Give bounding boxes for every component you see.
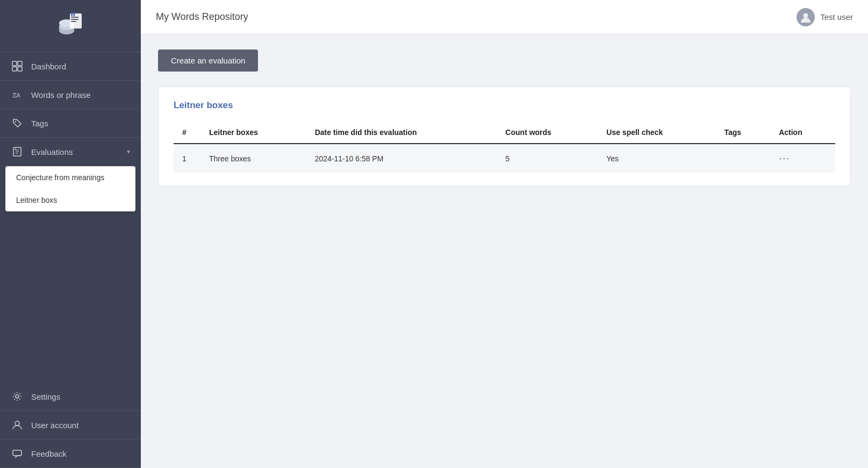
col-header-action: Action: [770, 122, 835, 144]
sidebar-item-tags[interactable]: Tags: [0, 109, 141, 138]
sidebar-item-user-account[interactable]: User account: [0, 411, 141, 439]
settings-icon: [11, 390, 24, 403]
tags-icon: [11, 117, 24, 130]
user-account-icon: [11, 419, 24, 431]
main-content: My Words Repository Test user Create an …: [141, 0, 868, 468]
content-area: Create an evaluation Leitner boxes # Lei…: [141, 34, 868, 468]
sidebar-item-dashboard[interactable]: Dashbord: [0, 52, 141, 81]
svg-rect-6: [71, 19, 78, 20]
chevron-down-icon: ▾: [127, 148, 130, 155]
cell-leitner-boxes: Three boxes: [200, 144, 306, 173]
user-name-label: Test user: [820, 12, 853, 22]
sidebar-item-dashboard-label: Dashbord: [31, 62, 130, 71]
sidebar-item-settings[interactable]: Settings: [0, 382, 141, 411]
page-title: My Words Repository: [156, 11, 248, 23]
svg-point-15: [15, 121, 16, 122]
action-menu-dots[interactable]: ···: [779, 153, 790, 164]
dashboard-icon: [11, 60, 24, 73]
app-logo-icon: W: [54, 11, 87, 43]
col-header-spell-check: Use spell check: [598, 122, 715, 144]
svg-rect-11: [12, 67, 17, 71]
create-evaluation-button[interactable]: Create an evaluation: [158, 49, 258, 72]
sidebar-item-tags-label: Tags: [31, 119, 130, 128]
sidebar-item-words[interactable]: Ξ A Words or phrase: [0, 81, 141, 109]
sidebar: W Dashbord Ξ A Words or phrase: [0, 0, 141, 468]
svg-point-20: [804, 13, 808, 18]
col-header-leitner-boxes: Leitner boxes: [200, 122, 306, 144]
col-header-count-words: Count words: [497, 122, 598, 144]
sidebar-item-settings-label: Settings: [31, 392, 130, 401]
sidebar-item-evaluations[interactable]: Evaluations ▾: [0, 138, 141, 166]
sidebar-item-feedback-label: Feedback: [31, 449, 130, 458]
sidebar-item-evaluations-label: Evaluations: [31, 147, 119, 157]
sidebar-logo: W: [0, 0, 141, 52]
sidebar-item-user-account-label: User account: [31, 421, 130, 430]
leitner-boxes-card: Leitner boxes # Leitner boxes Date time …: [158, 87, 851, 186]
svg-point-18: [15, 421, 19, 426]
header: My Words Repository Test user: [141, 0, 868, 34]
svg-rect-10: [18, 61, 22, 66]
sidebar-item-words-label: Words or phrase: [31, 90, 130, 100]
table-row: 1 Three boxes 2024-11-10 6:58 PM 5 Yes ·…: [174, 144, 835, 173]
leitner-boxes-table: # Leitner boxes Date time did this evalu…: [174, 122, 835, 173]
cell-tags: [715, 144, 770, 173]
user-info: Test user: [797, 8, 853, 26]
svg-rect-9: [12, 61, 17, 66]
cell-datetime: 2024-11-10 6:58 PM: [306, 144, 497, 173]
svg-text:A: A: [17, 93, 20, 98]
words-icon: Ξ A: [11, 88, 24, 101]
evaluations-submenu: Conjecture from meanings Leitner boxs: [5, 166, 135, 211]
cell-number: 1: [174, 144, 200, 173]
svg-rect-19: [13, 450, 21, 456]
col-header-number: #: [174, 122, 200, 144]
card-title: Leitner boxes: [174, 100, 835, 111]
svg-point-17: [16, 395, 19, 398]
svg-rect-12: [18, 67, 22, 71]
submenu-item-conjecture[interactable]: Conjecture from meanings: [5, 166, 135, 189]
col-header-tags: Tags: [715, 122, 770, 144]
cell-action[interactable]: ···: [770, 144, 835, 173]
cell-spell-check: Yes: [598, 144, 715, 173]
evaluations-icon: [11, 145, 24, 158]
svg-text:W: W: [70, 11, 76, 17]
sidebar-item-feedback[interactable]: Feedback: [0, 439, 141, 468]
col-header-datetime: Date time did this evaluation: [306, 122, 497, 144]
avatar: [797, 8, 815, 26]
cell-count-words: 5: [497, 144, 598, 173]
svg-rect-7: [71, 21, 76, 22]
submenu-item-leitner[interactable]: Leitner boxs: [5, 189, 135, 211]
feedback-icon: [11, 447, 24, 460]
